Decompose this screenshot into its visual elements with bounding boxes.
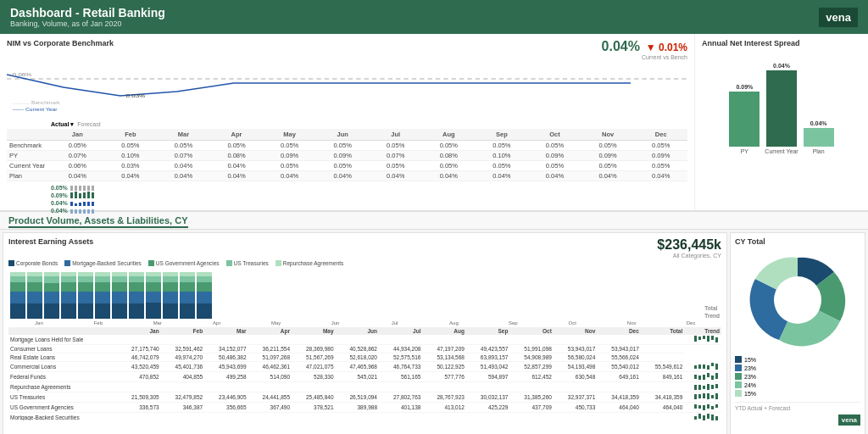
svg-point-89	[774, 276, 821, 324]
vs-bench-label: Current vs Bench	[602, 54, 687, 60]
svg-rect-48	[698, 385, 701, 390]
assets-section: Interest Earning Assets $236,445k All Ca…	[3, 232, 727, 434]
svg-rect-53	[694, 394, 697, 399]
bar-group	[112, 272, 127, 319]
actual-label: Actual ▾	[51, 121, 74, 128]
svg-rect-14	[83, 192, 86, 198]
svg-rect-29	[694, 336, 697, 342]
ytd-label: YTD Actual + Forecast	[735, 402, 860, 411]
svg-rect-40	[715, 364, 718, 370]
svg-text:........... Benchmark: ........... Benchmark	[13, 101, 60, 105]
svg-rect-6	[75, 186, 77, 191]
svg-rect-21	[87, 202, 90, 206]
svg-rect-41	[694, 375, 697, 379]
svg-rect-55	[703, 393, 705, 398]
header-text: Dashboard - Retail Banking Banking, Volu…	[10, 6, 165, 28]
bar-group	[146, 272, 161, 319]
svg-rect-67	[703, 415, 705, 420]
spread-bar-current: 0.04% Current Year	[765, 63, 798, 154]
svg-rect-51	[711, 385, 714, 389]
svg-rect-34	[715, 337, 718, 342]
svg-rect-64	[715, 404, 718, 408]
bar-group	[10, 272, 25, 319]
table-row: Current Year 0.06%0.03% 0.04%0.04% 0.05%…	[7, 161, 687, 171]
svg-rect-10	[92, 186, 94, 191]
nim-data-table: Jan Feb Mar Apr May Jun Jul Aug Sep Oct …	[7, 129, 687, 181]
svg-rect-9	[87, 186, 90, 191]
svg-rect-54	[698, 394, 701, 398]
svg-rect-45	[711, 376, 714, 380]
cy-total-title: CY Total	[735, 237, 860, 246]
bar-group	[44, 272, 59, 319]
svg-rect-68	[707, 414, 709, 419]
svg-rect-52	[715, 384, 718, 388]
svg-rect-61	[703, 405, 705, 410]
assets-total: $236,445k	[657, 237, 721, 253]
svg-rect-17	[70, 202, 73, 206]
assets-data-table: JanFebMarAprMayJun JulAugSepOctNovDec To…	[8, 327, 721, 420]
legend-item-0: Corporate Bonds	[8, 260, 58, 266]
table-row: Mortgage Loans Held for Sale	[8, 335, 721, 345]
svg-rect-58	[715, 393, 718, 399]
svg-rect-44	[707, 373, 709, 377]
legend-item-1: Mortgage-Backed Securities	[64, 260, 142, 266]
svg-rect-24	[75, 209, 77, 214]
svg-rect-32	[707, 336, 709, 342]
table-row: Repurchase Agreements	[8, 381, 721, 392]
svg-rect-49	[703, 386, 705, 389]
svg-rect-27	[87, 209, 90, 214]
bottom-logo: vena	[838, 415, 860, 426]
svg-rect-63	[711, 406, 714, 409]
table-row: Benchmark 0.05%0.05% 0.05%0.05% 0.05%0.0…	[7, 141, 687, 151]
cy-total-panel: CY Total 15%	[730, 232, 865, 434]
svg-rect-35	[694, 365, 697, 369]
svg-rect-65	[694, 416, 697, 420]
bar-group	[180, 272, 195, 319]
legend-item-3: US Treasuries	[226, 260, 269, 266]
svg-rect-20	[83, 202, 86, 206]
bar-group	[27, 272, 42, 319]
table-row: US Treasuries21,509,30532,479,85223,446,…	[8, 392, 721, 402]
table-row: Commercial Loans43,520,45945,401,73645,9…	[8, 362, 721, 372]
spread-bar-py: 0.09% PY	[729, 84, 760, 154]
assets-legend: Corporate Bonds Mortgage-Backed Securiti…	[8, 260, 721, 266]
svg-rect-59	[694, 404, 697, 409]
bar-group	[129, 272, 144, 319]
forecast-label: Forecast	[77, 121, 100, 128]
svg-rect-19	[79, 203, 81, 206]
table-row: PY 0.07%0.10% 0.07%0.08% 0.09%0.09% 0.07…	[7, 151, 687, 161]
svg-rect-47	[694, 385, 697, 390]
svg-rect-60	[698, 405, 701, 409]
svg-text:—— Current Year: —— Current Year	[13, 108, 58, 112]
svg-rect-8	[83, 186, 86, 191]
product-volume-title: Product Volume, Assets & Liabilities, CY	[8, 215, 188, 228]
nim-line-chart: 0.08% 0.03% ........... Benchmark —— Cur…	[7, 62, 687, 121]
svg-rect-31	[703, 336, 705, 339]
svg-rect-50	[707, 384, 709, 390]
spread-bar-chart: 0.09% PY 0.04% Current Year 0.04% Plan	[702, 53, 861, 154]
svg-rect-22	[92, 202, 94, 206]
table-row: Real Estate Loans46,742,07949,974,27050,…	[8, 353, 721, 362]
table-row: US Government Agencies336,573346,387356,…	[8, 402, 721, 412]
svg-rect-37	[703, 364, 705, 369]
bar-group	[78, 272, 93, 319]
header: Dashboard - Retail Banking Banking, Volu…	[0, 0, 868, 34]
svg-rect-39	[711, 363, 714, 366]
svg-rect-25	[79, 209, 81, 214]
table-row: Federal Funds470,852404,855499,258514,09…	[8, 371, 721, 381]
spread-bar-plan: 0.04% Plan	[804, 120, 834, 154]
assets-title: Interest Earning Assets	[8, 237, 93, 246]
logo: vena	[819, 8, 858, 27]
svg-rect-43	[703, 375, 705, 380]
svg-rect-42	[698, 376, 701, 380]
svg-rect-62	[707, 404, 709, 409]
svg-rect-15	[87, 192, 90, 198]
svg-rect-36	[698, 364, 701, 369]
donut-legend: 15% 23% 23% 24% 15%	[735, 356, 860, 397]
bar-group	[95, 272, 110, 319]
bar-group	[61, 272, 76, 319]
legend-item-2: US Government Agencies	[148, 260, 220, 266]
assets-total-sub: All Categories, CY	[657, 253, 721, 259]
table-row: Consumer Loans27,175,74032,591,46234,152…	[8, 345, 721, 353]
table-row: Mortgage-Backed Securities	[8, 412, 721, 420]
